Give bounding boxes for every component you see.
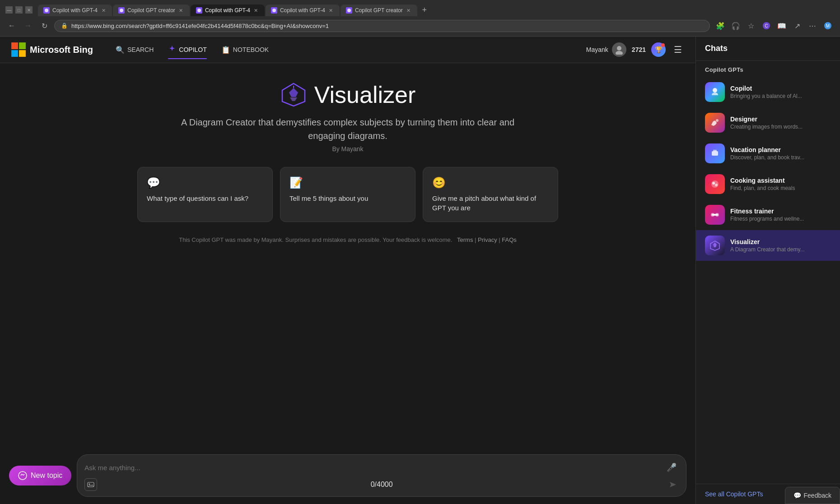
tab-5[interactable]: Copilot GPT creator ✕ bbox=[341, 5, 417, 16]
headphones-button[interactable]: 🎧 bbox=[729, 19, 742, 32]
main-area: Microsoft Bing 🔍 SEARCH COPILOT 📋 NOTEBO… bbox=[0, 37, 695, 504]
image-upload-icon bbox=[87, 481, 94, 488]
send-button[interactable] bbox=[666, 478, 679, 491]
reward-icon[interactable]: 🏆 bbox=[651, 42, 666, 57]
feedback-label: Feedback bbox=[804, 492, 831, 499]
maximize-button[interactable]: □ bbox=[15, 6, 23, 14]
visualizer-sidebar-info: Visualizer A Diagram Creator that demy..… bbox=[730, 238, 831, 253]
svg-point-14 bbox=[616, 51, 623, 55]
card-3[interactable]: 😊 Give me a pitch about what kind of GPT… bbox=[423, 167, 558, 222]
gpt-list: Copilot Bringing you a balance of Al... … bbox=[696, 77, 840, 484]
fitness-avatar bbox=[705, 205, 725, 225]
svg-text:C: C bbox=[765, 23, 768, 28]
card-1[interactable]: 💬 What type of questions can I ask? bbox=[137, 167, 273, 222]
tab-2[interactable]: Copilot GPT creator ✕ bbox=[113, 5, 190, 16]
designer-desc: Creating images from words... bbox=[730, 124, 831, 130]
bing-logo[interactable]: Microsoft Bing bbox=[11, 42, 93, 57]
forward-button[interactable]: → bbox=[22, 19, 34, 32]
image-upload-button[interactable] bbox=[84, 478, 97, 491]
copilot-toolbar-button[interactable]: C bbox=[760, 19, 773, 32]
visualizer-description: A Diagram Creator that demystifies compl… bbox=[181, 116, 515, 143]
user-info[interactable]: Mayank bbox=[586, 42, 626, 57]
new-tab-button[interactable]: + bbox=[418, 4, 431, 16]
input-bottom: 0/4000 bbox=[84, 478, 679, 491]
tab-1-favicon bbox=[43, 7, 50, 14]
svg-point-2 bbox=[197, 9, 201, 12]
microphone-button[interactable]: 🎤 bbox=[664, 460, 679, 475]
new-topic-label: New topic bbox=[31, 472, 62, 480]
gpt-item-visualizer[interactable]: Visualizer A Diagram Creator that demy..… bbox=[696, 230, 840, 261]
tab-4-close[interactable]: ✕ bbox=[328, 7, 334, 14]
vacation-avatar bbox=[705, 143, 725, 163]
bing-header: Microsoft Bing 🔍 SEARCH COPILOT 📋 NOTEBO… bbox=[0, 37, 695, 63]
input-row: 🎤 bbox=[84, 460, 679, 475]
new-topic-icon bbox=[18, 471, 27, 480]
tab-2-close[interactable]: ✕ bbox=[178, 7, 184, 14]
svg-point-13 bbox=[617, 46, 621, 51]
hamburger-menu-button[interactable]: ☰ bbox=[671, 43, 685, 56]
privacy-link[interactable]: Privacy bbox=[478, 236, 497, 243]
new-topic-button[interactable]: New topic bbox=[9, 466, 71, 486]
copilot-gpts-label: Copilot GPTs bbox=[705, 66, 743, 73]
fitness-name: Fitness trainer bbox=[730, 208, 831, 215]
extensions-button[interactable]: 🧩 bbox=[714, 19, 727, 32]
gpt-item-copilot[interactable]: Copilot Bringing you a balance of Al... bbox=[696, 77, 840, 107]
see-all-label: See all Copilot GPTs bbox=[705, 490, 763, 498]
visualizer-avatar bbox=[705, 236, 725, 255]
gpt-item-vacation[interactable]: Vacation planner Discover, plan, and boo… bbox=[696, 138, 840, 169]
tab-3-favicon bbox=[196, 7, 202, 14]
favorites-button[interactable]: ☆ bbox=[744, 19, 758, 32]
tab-3-label: Copilot with GPT-4 bbox=[205, 7, 250, 14]
cooking-avatar bbox=[705, 174, 725, 194]
gpt-item-fitness[interactable]: Fitness trainer Fitness programs and wel… bbox=[696, 199, 840, 230]
header-right: Mayank 2721 🏆 ☰ bbox=[586, 42, 685, 57]
svg-point-19 bbox=[89, 484, 90, 485]
tab-4[interactable]: Copilot with GPT-4 ✕ bbox=[266, 5, 340, 16]
copilot-nav-icon bbox=[168, 45, 176, 55]
app-container: Microsoft Bing 🔍 SEARCH COPILOT 📋 NOTEBO… bbox=[0, 37, 840, 504]
back-button[interactable]: ← bbox=[5, 19, 18, 32]
gpt-item-designer[interactable]: Designer Creating images from words... bbox=[696, 107, 840, 138]
terms-link[interactable]: Terms bbox=[457, 236, 473, 243]
visualizer-sidebar-name: Visualizer bbox=[730, 238, 831, 245]
svg-point-3 bbox=[272, 9, 276, 12]
address-bar[interactable]: 🔒 https://www.bing.com/search?gptId=ff6c… bbox=[54, 20, 710, 32]
tab-5-label: Copilot GPT creator bbox=[355, 7, 403, 14]
visualizer-logo-icon bbox=[280, 81, 307, 108]
tab-1[interactable]: Copilot with GPT-4 ✕ bbox=[38, 5, 112, 16]
nav-copilot[interactable]: COPILOT bbox=[162, 41, 213, 58]
read-mode-button[interactable]: 📖 bbox=[775, 19, 789, 32]
faqs-link[interactable]: FAQs bbox=[502, 236, 517, 243]
gpt-item-cooking[interactable]: Cooking assistant Find, plan, and cook m… bbox=[696, 169, 840, 199]
tab-1-close[interactable]: ✕ bbox=[100, 7, 107, 14]
feedback-button[interactable]: 💬 Feedback bbox=[785, 487, 840, 504]
close-button[interactable]: ✕ bbox=[25, 6, 33, 14]
cooking-desc: Find, plan, and cook meals bbox=[730, 185, 831, 191]
nav-search[interactable]: 🔍 SEARCH bbox=[109, 42, 160, 58]
chat-input[interactable] bbox=[84, 464, 661, 472]
vacation-name: Vacation planner bbox=[730, 146, 831, 153]
points-value: 2721 bbox=[632, 46, 646, 53]
nav-notebook[interactable]: 📋 NOTEBOOK bbox=[215, 42, 275, 58]
disclaimer-text: This Copilot GPT was made by Mayank. Sur… bbox=[179, 236, 452, 243]
input-container: 🎤 0/4000 bbox=[77, 454, 686, 497]
profile-button[interactable]: M bbox=[821, 19, 835, 32]
reload-button[interactable]: ↻ bbox=[38, 19, 51, 32]
window-controls: — □ ✕ bbox=[5, 6, 33, 14]
share-button[interactable]: ↗ bbox=[790, 19, 804, 32]
nav-copilot-label: COPILOT bbox=[179, 46, 206, 53]
minimize-button[interactable]: — bbox=[5, 6, 13, 14]
content-area: Visualizer A Diagram Creator that demyst… bbox=[0, 63, 695, 449]
svg-rect-9 bbox=[11, 42, 18, 49]
more-tools-button[interactable]: ⋯ bbox=[806, 19, 819, 32]
tab-5-close[interactable]: ✕ bbox=[406, 7, 412, 14]
card-2[interactable]: 📝 Tell me 5 things about you bbox=[280, 167, 415, 222]
points-badge[interactable]: 2721 bbox=[632, 46, 646, 53]
svg-point-25 bbox=[712, 182, 715, 185]
tab-3[interactable]: Copilot with GPT-4 ✕ bbox=[191, 5, 265, 16]
svg-rect-22 bbox=[712, 151, 718, 156]
nav-search-label: SEARCH bbox=[127, 46, 154, 53]
tab-3-close[interactable]: ✕ bbox=[253, 7, 259, 14]
chats-label: Chats bbox=[705, 44, 728, 53]
fitness-info: Fitness trainer Fitness programs and wel… bbox=[730, 208, 831, 222]
